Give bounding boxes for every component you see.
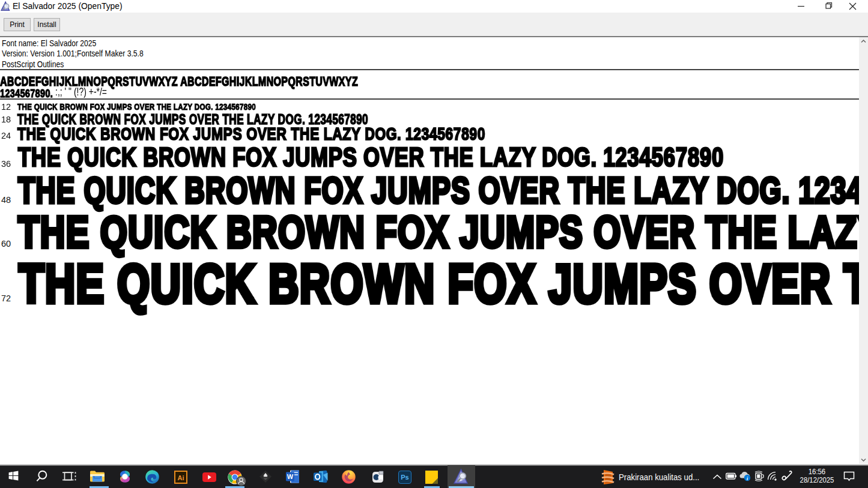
svg-text:Ps: Ps: [401, 474, 408, 481]
svg-text:Ai: Ai: [178, 474, 184, 481]
svg-text:W: W: [287, 473, 294, 480]
